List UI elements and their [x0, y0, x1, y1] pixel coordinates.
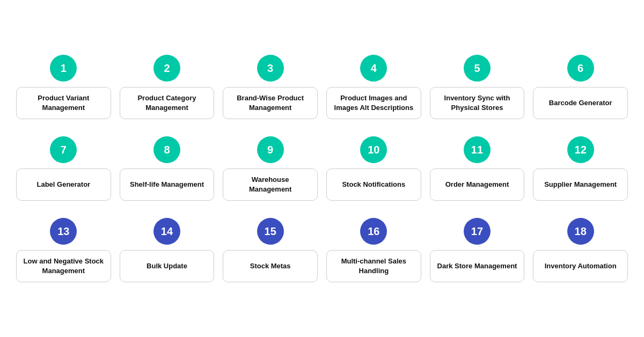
badge-5: 5	[464, 55, 491, 82]
card-16: 16Multi-channel Sales Handling	[326, 218, 421, 282]
label-4: Product Images and Images Alt Descriptio…	[326, 87, 421, 119]
label-7: Label Generator	[16, 169, 111, 201]
card-15: 15Stock Metas	[223, 218, 318, 282]
label-5: Inventory Sync with Physical Stores	[430, 87, 525, 119]
badge-6: 6	[567, 55, 594, 82]
label-18: Inventory Automation	[533, 250, 628, 282]
badge-7: 7	[50, 136, 77, 163]
badge-1: 1	[50, 55, 77, 82]
badge-12: 12	[567, 136, 594, 163]
label-3: Brand-Wise Product Management	[223, 87, 318, 119]
badge-9: 9	[257, 136, 284, 163]
label-8: Shelf-life Management	[120, 169, 215, 201]
label-13: Low and Negative Stock Management	[16, 250, 111, 282]
card-7: 7Label Generator	[16, 136, 111, 201]
badge-14: 14	[153, 218, 180, 245]
label-16: Multi-channel Sales Handling	[326, 250, 421, 282]
row-1: 1Product Variant Management2Product Cate…	[16, 55, 628, 119]
card-12: 12Supplier Management	[533, 136, 628, 201]
card-3: 3Brand-Wise Product Management	[223, 55, 318, 119]
label-10: Stock Notifications	[326, 169, 421, 201]
card-8: 8Shelf-life Management	[120, 136, 215, 201]
label-12: Supplier Management	[533, 169, 628, 201]
badge-4: 4	[360, 55, 387, 82]
label-17: Dark Store Management	[430, 250, 525, 282]
badge-11: 11	[464, 136, 491, 163]
label-15: Stock Metas	[223, 250, 318, 282]
row-3: 13Low and Negative Stock Management14Bul…	[16, 218, 628, 282]
card-2: 2Product Category Management	[120, 55, 215, 119]
card-1: 1Product Variant Management	[16, 55, 111, 119]
feature-grid: 1Product Variant Management2Product Cate…	[16, 55, 628, 282]
badge-10: 10	[360, 136, 387, 163]
badge-3: 3	[257, 55, 284, 82]
label-1: Product Variant Management	[16, 87, 111, 119]
card-13: 13Low and Negative Stock Management	[16, 218, 111, 282]
badge-17: 17	[464, 218, 491, 245]
badge-16: 16	[360, 218, 387, 245]
card-18: 18Inventory Automation	[533, 218, 628, 282]
card-6: 6Barcode Generator	[533, 55, 628, 119]
label-9: Warehouse Management	[223, 169, 318, 201]
card-14: 14Bulk Update	[120, 218, 215, 282]
card-9: 9Warehouse Management	[223, 136, 318, 201]
card-4: 4Product Images and Images Alt Descripti…	[326, 55, 421, 119]
card-17: 17Dark Store Management	[430, 218, 525, 282]
badge-15: 15	[257, 218, 284, 245]
badge-18: 18	[567, 218, 594, 245]
label-6: Barcode Generator	[533, 87, 628, 119]
card-5: 5Inventory Sync with Physical Stores	[430, 55, 525, 119]
label-14: Bulk Update	[120, 250, 215, 282]
badge-8: 8	[153, 136, 180, 163]
badge-13: 13	[50, 218, 77, 245]
label-2: Product Category Management	[120, 87, 215, 119]
row-2: 7Label Generator8Shelf-life Management9W…	[16, 136, 628, 201]
badge-2: 2	[153, 55, 180, 82]
card-10: 10Stock Notifications	[326, 136, 421, 201]
label-11: Order Management	[430, 169, 525, 201]
card-11: 11Order Management	[430, 136, 525, 201]
